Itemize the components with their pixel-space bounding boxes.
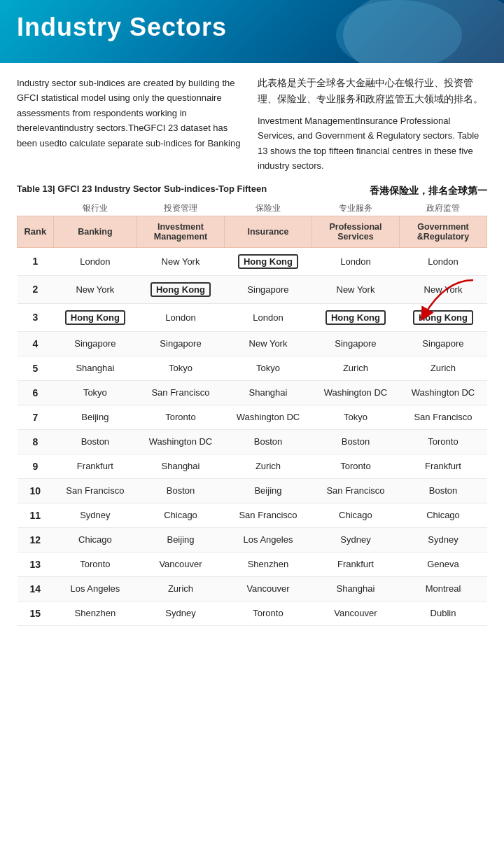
cell-professional: Zurich	[312, 356, 399, 380]
cell-rank: 2	[18, 275, 54, 303]
cell-banking: London	[53, 247, 136, 275]
cell-investment: Sydney	[137, 601, 225, 625]
cell-insurance: Toronto	[224, 601, 312, 625]
cell-government: London	[399, 247, 486, 275]
table-row: 11SydneyChicagoSan FranciscoChicagoChica…	[18, 503, 487, 527]
cell-rank: 3	[18, 303, 54, 331]
cell-insurance: London	[224, 303, 312, 331]
cell-investment: Vancouver	[137, 552, 225, 576]
cell-insurance: Shanghai	[224, 380, 312, 405]
table-row: 4SingaporeSingaporeNew YorkSingaporeSing…	[18, 331, 487, 356]
ch-investment: 投资管理	[137, 201, 225, 216]
cell-investment: Tokyo	[137, 356, 225, 380]
chinese-header-row: 银行业 投资管理 保险业 专业服务 政府监管	[18, 201, 487, 216]
table-title: Table 13| GFCI 23 Industry Sector Sub-in…	[17, 183, 267, 194]
cell-banking: New York	[53, 275, 136, 303]
cell-professional: Vancouver	[312, 601, 399, 625]
cell-banking: Chicago	[53, 527, 136, 552]
cell-professional: San Francisco	[312, 478, 399, 503]
cell-government: Sydney	[399, 527, 486, 552]
cell-rank: 1	[18, 247, 54, 275]
cell-investment: Boston	[137, 478, 225, 503]
table-row: 3Hong KongLondonLondonHong KongHong Kong	[18, 303, 487, 331]
cell-banking: Toronto	[53, 552, 136, 576]
cell-professional: Chicago	[312, 503, 399, 527]
col-banking: Banking	[53, 216, 136, 247]
cell-professional: Toronto	[312, 454, 399, 478]
table-row: 14Los AngelesZurichVancouverShanghaiMont…	[18, 576, 487, 601]
cell-banking: Hong Kong	[53, 303, 136, 331]
page-header: Industry Sectors	[0, 0, 504, 63]
col-header-row: Rank Banking InvestmentManagement Insura…	[18, 216, 487, 247]
cell-government: Toronto	[399, 429, 486, 454]
cell-banking: Los Angeles	[53, 576, 136, 601]
cell-government: Singapore	[399, 331, 486, 356]
cell-banking: Sydney	[53, 503, 136, 527]
cell-rank: 6	[18, 380, 54, 405]
cell-government: Washington DC	[399, 380, 486, 405]
cell-rank: 14	[18, 576, 54, 601]
cell-investment: Beijing	[137, 527, 225, 552]
table-row: 5ShanghaiTokyoTokyoZurichZurich	[18, 356, 487, 380]
table-row: 1LondonNew YorkHong KongLondonLondon	[18, 247, 487, 275]
cell-professional: Washington DC	[312, 380, 399, 405]
cell-banking: San Francisco	[53, 478, 136, 503]
table-row: 13TorontoVancouverShenzhenFrankfurtGenev…	[18, 552, 487, 576]
intro-english-right: Investment ManagementInsurance Professio…	[258, 113, 487, 174]
cell-professional: London	[312, 247, 399, 275]
cell-banking: Frankfurt	[53, 454, 136, 478]
cell-professional: Frankfurt	[312, 552, 399, 576]
page-content: Industry sector sub-indices are created …	[0, 63, 504, 633]
cell-rank: 9	[18, 454, 54, 478]
cell-investment: Chicago	[137, 503, 225, 527]
cell-rank: 15	[18, 601, 54, 625]
cell-professional: Sydney	[312, 527, 399, 552]
cell-professional: Tokyo	[312, 405, 399, 429]
cell-banking: Shanghai	[53, 356, 136, 380]
cell-investment: New York	[137, 247, 225, 275]
table-row: 10San FranciscoBostonBeijingSan Francisc…	[18, 478, 487, 503]
table-row: 2New YorkHong KongSingaporeNew YorkNew Y…	[18, 275, 487, 303]
cell-government: Geneva	[399, 552, 486, 576]
cell-government: Chicago	[399, 503, 486, 527]
table-body: 1LondonNew YorkHong KongLondonLondon2New…	[18, 247, 487, 625]
cell-investment: Hong Kong	[137, 275, 225, 303]
cell-insurance: Vancouver	[224, 576, 312, 601]
col-government: Government&Regulatory	[399, 216, 486, 247]
ch-insurance: 保险业	[224, 201, 312, 216]
cell-insurance: Washington DC	[224, 405, 312, 429]
cell-professional: Hong Kong	[312, 303, 399, 331]
cell-rank: 12	[18, 527, 54, 552]
cell-investment: Shanghai	[137, 454, 225, 478]
col-investment: InvestmentManagement	[137, 216, 225, 247]
ch-professional: 专业服务	[312, 201, 399, 216]
cell-professional: Singapore	[312, 331, 399, 356]
cell-government: Hong Kong	[399, 303, 486, 331]
cell-investment: London	[137, 303, 225, 331]
cell-rank: 7	[18, 405, 54, 429]
cell-banking: Tokyo	[53, 380, 136, 405]
cell-investment: Toronto	[137, 405, 225, 429]
table-section: Table 13| GFCI 23 Industry Sector Sub-in…	[17, 183, 487, 626]
cell-banking: Boston	[53, 429, 136, 454]
cell-government: San Francisco	[399, 405, 486, 429]
cell-professional: New York	[312, 275, 399, 303]
cell-investment: Zurich	[137, 576, 225, 601]
cell-government: Dublin	[399, 601, 486, 625]
cell-investment: Singapore	[137, 331, 225, 356]
cell-banking: Singapore	[53, 331, 136, 356]
cell-government: Montreal	[399, 576, 486, 601]
cell-insurance: Shenzhen	[224, 552, 312, 576]
table-row: 8BostonWashington DCBostonBostonToronto	[18, 429, 487, 454]
table-row: 12ChicagoBeijingLos AngelesSydneySydney	[18, 527, 487, 552]
cell-rank: 4	[18, 331, 54, 356]
cell-banking: Beijing	[53, 405, 136, 429]
cell-insurance: Los Angeles	[224, 527, 312, 552]
intro-english-left: Industry sector sub-indices are created …	[17, 76, 246, 174]
cell-insurance: Beijing	[224, 478, 312, 503]
cell-rank: 13	[18, 552, 54, 576]
cell-investment: San Francisco	[137, 380, 225, 405]
table-row: 6TokyoSan FranciscoShanghaiWashington DC…	[18, 380, 487, 405]
page-title: Industry Sectors	[17, 13, 487, 42]
cell-rank: 11	[18, 503, 54, 527]
